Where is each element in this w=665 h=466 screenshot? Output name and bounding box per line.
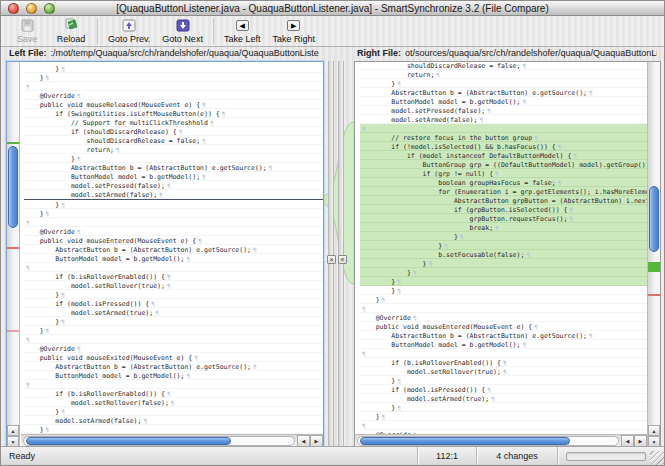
right-file-path: ot/sources/quaqua/src/ch/randelshofer/qu… xyxy=(405,48,657,58)
reject-change-button[interactable]: × xyxy=(327,255,336,264)
take-change-button[interactable]: « xyxy=(338,255,347,264)
code-line: } xyxy=(360,268,647,277)
left-arrow-icon: ◀ xyxy=(302,438,306,444)
left-file-header: Left File::/mot/temp/Quaqua/src/ch/rande… xyxy=(9,48,327,58)
code-line: ButtonModel model = b.getModel(); xyxy=(24,371,323,380)
code-line: } xyxy=(360,259,647,268)
compare-area: ▲ ▼ } } @Override public void mouseRelea… xyxy=(1,61,664,448)
right-horizontal-scrollbar-thumb[interactable] xyxy=(360,437,570,445)
code-line xyxy=(24,82,323,91)
code-line: public void mouseEntered(MouseEvent e) { xyxy=(360,322,647,331)
code-line: model.setArmed(true); xyxy=(24,308,323,317)
zoom-button[interactable] xyxy=(44,3,55,14)
right-file-header: Right File:ot/sources/quaqua/src/ch/rand… xyxy=(357,48,657,58)
progress-bar xyxy=(566,452,646,461)
scroll-up-button[interactable]: ▲ xyxy=(7,425,19,436)
code-line xyxy=(360,421,647,430)
code-line: } xyxy=(360,412,647,421)
code-line: ButtonModel model = b.getModel(); xyxy=(24,172,323,181)
code-line: } xyxy=(360,241,647,250)
code-line: shouldDiscardRelease = false; xyxy=(360,61,647,70)
left-horizontal-scrollbar-thumb[interactable] xyxy=(26,437,231,445)
left-vertical-scrollbar[interactable]: ▲ ▼ xyxy=(7,62,20,447)
titlebar: [QuaquaButtonListener.java - QuaquaButto… xyxy=(1,1,664,16)
right-arrow-icon: ▶ xyxy=(315,438,319,444)
code-line: ButtonModel model = b.getModel(); xyxy=(24,254,323,263)
take-left-button[interactable]: ◀ Take Left xyxy=(218,16,267,46)
status-separator xyxy=(557,447,558,465)
code-line: if (grp != null) { xyxy=(360,169,647,178)
close-button[interactable] xyxy=(8,3,19,14)
right-vertical-scrollbar-thumb[interactable] xyxy=(649,186,659,252)
code-line: model.setRollover(true); xyxy=(24,281,323,290)
status-bar: Ready 112:1 4 changes xyxy=(1,446,664,465)
resize-grip[interactable] xyxy=(650,451,664,465)
code-line: // restore focus in the button group xyxy=(360,133,647,142)
down-arrow-icon: ▼ xyxy=(11,439,16,445)
code-line: shouldDiscardRelease = false; xyxy=(24,136,323,145)
reload-button[interactable]: Reload xyxy=(49,16,93,46)
code-line: if (!model.isSelected() && b.hasFocus())… xyxy=(360,142,647,151)
right-horizontal-scrollbar-track[interactable] xyxy=(357,436,619,446)
code-line: @Override xyxy=(24,227,323,236)
left-file-label: Left File: xyxy=(9,48,47,58)
code-line: ButtonGroup grp = ((DefaultButtonModel) … xyxy=(360,160,647,169)
code-line: grpButton.requestFocus(); xyxy=(360,214,647,223)
goto-next-button[interactable]: Goto Next xyxy=(156,16,209,46)
left-code[interactable]: } } @Override public void mouseReleased(… xyxy=(21,62,323,434)
code-line: } xyxy=(360,403,647,412)
save-button[interactable]: Save xyxy=(5,16,49,46)
code-line: for (Enumeration i = grp.getElements(); … xyxy=(360,187,647,196)
code-line: if (SwingUtilities.isLeftMouseButton(e))… xyxy=(24,109,323,118)
code-line: return; xyxy=(360,70,647,79)
left-horizontal-scrollbar-track[interactable] xyxy=(23,436,295,446)
right-vertical-scrollbar[interactable]: ▲ ▼ xyxy=(647,62,660,447)
code-line xyxy=(360,304,647,313)
diff-overview-marker-red xyxy=(7,247,19,249)
save-icon xyxy=(21,18,34,33)
toolbar-separator xyxy=(213,18,214,44)
code-line: AbstractButton b = (AbstractButton) e.ge… xyxy=(360,331,647,340)
status-message: Ready xyxy=(1,451,417,461)
take-left-icon: ◀ xyxy=(236,18,249,33)
goto-prev-button[interactable]: Goto Prev. xyxy=(102,16,156,46)
minimize-button[interactable] xyxy=(26,3,37,14)
code-line: model.setArmed(false); xyxy=(24,190,323,199)
up-arrow-icon: ▲ xyxy=(652,428,657,434)
code-line: if (model instanceof DefaultButtonModel)… xyxy=(360,151,647,160)
code-line xyxy=(360,349,647,358)
code-line: } xyxy=(24,407,323,416)
code-line: @Override xyxy=(360,313,647,322)
code-line: AbstractButton b = (AbstractButton) e.ge… xyxy=(24,163,323,172)
goto-prev-label: Goto Prev. xyxy=(108,34,150,44)
code-line: public void mouseReleased(MouseEvent e) … xyxy=(24,100,323,109)
code-line: } xyxy=(360,376,647,385)
save-label: Save xyxy=(17,34,38,44)
code-line: } xyxy=(360,286,647,295)
left-arrow-icon: ◀ xyxy=(626,438,630,444)
left-file-path: :/mot/temp/Quaqua/src/ch/randelshofer/qu… xyxy=(51,48,319,58)
down-arrow-icon: ▼ xyxy=(652,439,657,445)
code-line: boolean groupHasFocus = false; xyxy=(360,178,647,187)
code-line: } xyxy=(24,425,323,434)
left-vertical-scrollbar-thumb[interactable] xyxy=(8,146,18,228)
code-line: } xyxy=(24,209,323,218)
code-line: if (grpButton.isSelected()) { xyxy=(360,205,647,214)
code-line: model.setRollover(false); xyxy=(24,398,323,407)
code-line: } xyxy=(24,290,323,299)
code-line: model.setArmed(true); xyxy=(360,394,647,403)
scroll-up-button[interactable]: ▲ xyxy=(648,425,660,436)
code-line: return; xyxy=(24,145,323,154)
code-line: } xyxy=(360,295,647,304)
goto-next-icon xyxy=(176,18,190,33)
window-title: [QuaquaButtonListener.java - QuaquaButto… xyxy=(1,3,664,14)
take-right-button[interactable]: ▶ Take Right xyxy=(266,16,321,46)
diff-overview-marker-green xyxy=(7,142,19,144)
right-pane: shouldDiscardRelease = false; return; } … xyxy=(354,61,661,448)
cursor-position: 112:1 xyxy=(418,451,476,461)
right-code[interactable]: shouldDiscardRelease = false; return; } … xyxy=(355,59,647,434)
take-right-icon: ▶ xyxy=(287,18,300,33)
take-change-icon: « xyxy=(341,256,345,263)
code-line: AbstractButton b = (AbstractButton) e.ge… xyxy=(24,245,323,254)
code-line xyxy=(24,335,323,344)
